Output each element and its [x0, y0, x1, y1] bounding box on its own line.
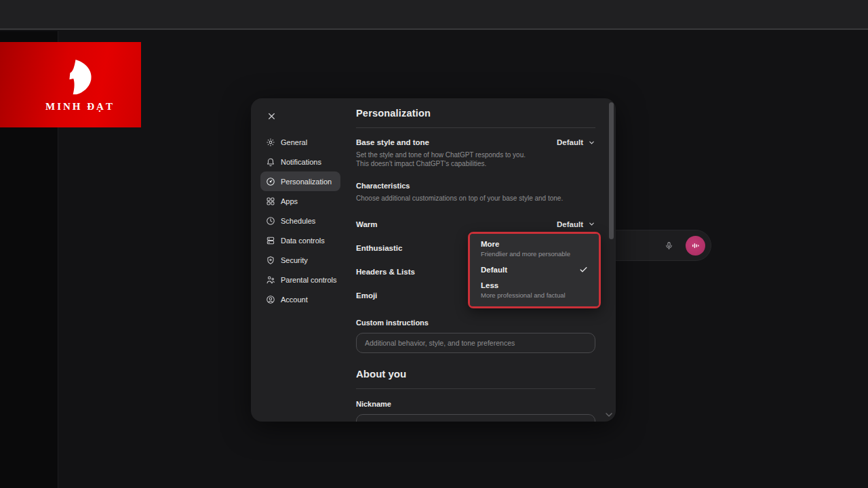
sidebar-item-label: Parental controls	[281, 276, 337, 284]
base-style-label: Base style and tone	[356, 138, 429, 146]
trait-label: Enthusiastic	[356, 244, 402, 252]
sidebar-item-label: Schedules	[281, 217, 315, 225]
sidebar-item-label: Personalization	[281, 178, 332, 186]
voice-mode-button[interactable]	[686, 236, 705, 256]
custom-instructions-input[interactable]	[356, 333, 595, 353]
sidebar-item-label: Data controls	[281, 237, 325, 245]
sidebar-item-label: General	[281, 138, 307, 146]
dialog-scrollbar[interactable]	[609, 102, 614, 239]
characteristics-label: Characteristics	[356, 182, 595, 190]
sidebar-item-general[interactable]: General	[260, 132, 340, 152]
sidebar-item-security[interactable]: Security	[260, 250, 340, 270]
close-button[interactable]	[263, 108, 279, 124]
base-style-description: Set the style and tone of how ChatGPT re…	[356, 150, 538, 168]
gear-icon	[266, 138, 275, 147]
divider	[356, 388, 595, 389]
bell-icon	[266, 157, 275, 167]
sidebar-item-parental-controls[interactable]: Parental controls	[260, 270, 340, 289]
sidebar-item-notifications[interactable]: Notifications	[260, 152, 340, 171]
sidebar-item-label: Account	[281, 296, 308, 304]
waveform-icon	[691, 241, 700, 250]
base-style-select[interactable]: Default	[557, 138, 595, 146]
nickname-label: Nickname	[356, 400, 595, 408]
brand-logo: MINH ĐẠT	[0, 42, 141, 127]
user-circle-icon	[266, 295, 275, 304]
base-style-value: Default	[557, 138, 583, 146]
scroll-down-chevron-icon[interactable]	[605, 411, 613, 418]
trait-label: Headers & Lists	[356, 268, 415, 276]
characteristics-description: Choose additional customizations on top …	[356, 194, 587, 203]
trait-label: Emoji	[356, 291, 377, 300]
settings-dialog: General Notifications Personalization Ap…	[251, 98, 616, 422]
sidebar-item-label: Security	[281, 256, 308, 264]
sidebar-item-schedules[interactable]: Schedules	[260, 211, 340, 230]
top-bar	[0, 0, 868, 30]
sidebar-item-apps[interactable]: Apps	[260, 191, 340, 211]
custom-instructions-label: Custom instructions	[356, 319, 595, 327]
sidebar-item-label: Notifications	[281, 158, 321, 166]
warm-value: Default	[557, 220, 583, 228]
brand-name: MINH ĐẠT	[45, 101, 115, 113]
chevron-down-icon	[588, 139, 595, 146]
settings-nav: General Notifications Personalization Ap…	[260, 132, 340, 309]
microphone-icon[interactable]	[663, 240, 674, 251]
sidebar-item-label: Apps	[281, 197, 298, 205]
apps-grid-icon	[266, 197, 275, 206]
sidebar-item-personalization[interactable]: Personalization	[260, 171, 340, 191]
page-title: Personalization	[356, 108, 595, 119]
dial-icon	[266, 177, 275, 186]
dropdown-option-default[interactable]: Default	[481, 265, 588, 274]
people-icon	[266, 275, 275, 285]
dropdown-option-more[interactable]: More Friendlier and more personable	[481, 240, 588, 258]
about-you-heading: About you	[356, 368, 595, 380]
sidebar-item-account[interactable]: Account	[260, 289, 340, 309]
check-icon	[579, 265, 588, 274]
database-icon	[266, 236, 275, 245]
close-icon	[267, 112, 276, 121]
sidebar-item-data-controls[interactable]: Data controls	[260, 230, 340, 250]
trait-label: Warm	[356, 220, 378, 228]
chevron-down-icon	[588, 220, 595, 228]
clock-icon	[266, 216, 275, 226]
dropdown-highlight-box: More Friendlier and more personable Defa…	[468, 232, 601, 308]
dropdown-option-less[interactable]: Less More professional and factual	[481, 281, 588, 299]
enthusiastic-dropdown-menu: More Friendlier and more personable Defa…	[470, 234, 599, 306]
divider	[356, 127, 595, 128]
nickname-input[interactable]	[356, 414, 595, 422]
shield-icon	[266, 256, 275, 265]
settings-sidebar: General Notifications Personalization Ap…	[251, 98, 346, 422]
brand-d-icon	[62, 57, 98, 98]
warm-select[interactable]: Default	[557, 220, 595, 228]
base-style-row: Base style and tone Default	[356, 138, 595, 146]
